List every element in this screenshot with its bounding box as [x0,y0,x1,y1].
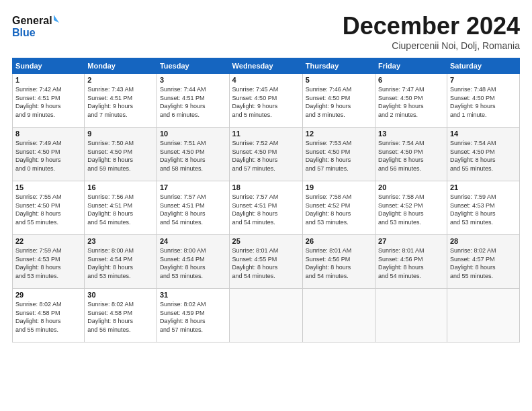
day-info: Sunrise: 7:42 AM Sunset: 4:51 PM Dayligh… [15,85,81,119]
calendar-cell: 13Sunrise: 7:54 AM Sunset: 4:50 PM Dayli… [375,128,447,181]
calendar-cell: 22Sunrise: 7:59 AM Sunset: 4:53 PM Dayli… [13,235,85,289]
day-info: Sunrise: 7:43 AM Sunset: 4:51 PM Dayligh… [87,85,154,119]
calendar-cell: 26Sunrise: 8:01 AM Sunset: 4:56 PM Dayli… [302,235,375,289]
day-info: Sunrise: 7:55 AM Sunset: 4:50 PM Dayligh… [15,193,81,226]
day-info: Sunrise: 7:58 AM Sunset: 4:52 PM Dayligh… [378,193,444,226]
weekday-header: Thursday [302,58,375,74]
calendar-week-row: 22Sunrise: 7:59 AM Sunset: 4:53 PM Dayli… [13,235,520,289]
day-number: 6 [378,76,444,84]
calendar-cell: 8Sunrise: 7:49 AM Sunset: 4:50 PM Daylig… [13,128,85,181]
day-info: Sunrise: 7:53 AM Sunset: 4:50 PM Dayligh… [306,139,372,173]
day-number: 26 [306,237,372,245]
weekday-header: Tuesday [157,58,229,74]
calendar-cell: 24Sunrise: 8:00 AM Sunset: 4:54 PM Dayli… [157,235,229,289]
calendar-cell: 4Sunrise: 7:45 AM Sunset: 4:50 PM Daylig… [229,74,302,128]
day-info: Sunrise: 8:01 AM Sunset: 4:56 PM Dayligh… [306,246,372,280]
calendar-cell [375,289,447,342]
calendar-cell: 20Sunrise: 7:58 AM Sunset: 4:52 PM Dayli… [375,181,447,235]
day-number: 2 [87,76,154,84]
day-info: Sunrise: 7:59 AM Sunset: 4:53 PM Dayligh… [15,246,81,280]
calendar-cell [447,289,519,342]
month-title: December 2024 [343,12,520,40]
day-number: 23 [87,237,154,245]
weekday-header: Saturday [447,58,519,74]
day-number: 12 [306,130,372,138]
calendar-cell: 28Sunrise: 8:02 AM Sunset: 4:57 PM Dayli… [447,235,519,289]
day-info: Sunrise: 7:45 AM Sunset: 4:50 PM Dayligh… [232,85,300,119]
day-info: Sunrise: 8:01 AM Sunset: 4:55 PM Dayligh… [232,246,300,280]
calendar-cell: 19Sunrise: 7:58 AM Sunset: 4:52 PM Dayli… [302,181,375,235]
day-number: 30 [87,291,154,299]
day-number: 9 [87,130,154,138]
day-number: 22 [15,237,81,245]
day-info: Sunrise: 7:51 AM Sunset: 4:50 PM Dayligh… [160,139,226,173]
calendar-week-row: 29Sunrise: 8:02 AM Sunset: 4:58 PM Dayli… [13,289,520,342]
calendar-body: 1Sunrise: 7:42 AM Sunset: 4:51 PM Daylig… [13,74,520,342]
day-number: 5 [306,76,372,84]
day-info: Sunrise: 7:54 AM Sunset: 4:50 PM Dayligh… [450,139,517,173]
calendar-cell: 11Sunrise: 7:52 AM Sunset: 4:50 PM Dayli… [229,128,302,181]
calendar-cell: 21Sunrise: 7:59 AM Sunset: 4:53 PM Dayli… [447,181,519,235]
calendar-cell: 31Sunrise: 8:02 AM Sunset: 4:59 PM Dayli… [157,289,229,342]
weekday-header: Friday [375,58,447,74]
day-number: 11 [232,130,300,138]
calendar-cell: 1Sunrise: 7:42 AM Sunset: 4:51 PM Daylig… [13,74,85,128]
calendar-cell: 25Sunrise: 8:01 AM Sunset: 4:55 PM Dayli… [229,235,302,289]
calendar-cell: 15Sunrise: 7:55 AM Sunset: 4:50 PM Dayli… [13,181,85,235]
svg-text:General: General [12,15,52,26]
calendar-cell: 14Sunrise: 7:54 AM Sunset: 4:50 PM Dayli… [447,128,519,181]
day-number: 1 [15,76,81,84]
calendar-week-row: 8Sunrise: 7:49 AM Sunset: 4:50 PM Daylig… [13,128,520,181]
calendar-cell: 10Sunrise: 7:51 AM Sunset: 4:50 PM Dayli… [157,128,229,181]
day-info: Sunrise: 7:52 AM Sunset: 4:50 PM Dayligh… [232,139,300,173]
day-info: Sunrise: 8:00 AM Sunset: 4:54 PM Dayligh… [160,246,226,280]
day-info: Sunrise: 8:00 AM Sunset: 4:54 PM Dayligh… [87,246,154,280]
day-number: 18 [232,183,300,191]
day-number: 14 [450,130,517,138]
header: General Blue December 2024 Ciupercenii N… [12,12,520,51]
calendar-cell: 12Sunrise: 7:53 AM Sunset: 4:50 PM Dayli… [302,128,375,181]
weekday-header: Wednesday [229,58,302,74]
logo: General Blue [12,12,59,40]
day-info: Sunrise: 8:02 AM Sunset: 4:58 PM Dayligh… [15,300,81,334]
day-number: 21 [450,183,517,191]
day-number: 29 [15,291,81,299]
calendar-table: SundayMondayTuesdayWednesdayThursdayFrid… [12,58,520,342]
calendar-cell [302,289,375,342]
weekday-header: Monday [85,58,157,74]
calendar-cell [229,289,302,342]
day-number: 16 [87,183,154,191]
day-info: Sunrise: 7:50 AM Sunset: 4:50 PM Dayligh… [87,139,154,173]
day-info: Sunrise: 7:56 AM Sunset: 4:51 PM Dayligh… [87,193,154,226]
weekday-header: Sunday [13,58,85,74]
day-info: Sunrise: 8:02 AM Sunset: 4:59 PM Dayligh… [160,300,226,334]
calendar-cell: 6Sunrise: 7:47 AM Sunset: 4:50 PM Daylig… [375,74,447,128]
day-info: Sunrise: 7:48 AM Sunset: 4:50 PM Dayligh… [450,85,517,119]
logo-svg: General Blue [12,12,59,40]
svg-marker-2 [54,15,59,23]
day-info: Sunrise: 7:44 AM Sunset: 4:51 PM Dayligh… [160,85,226,119]
calendar-cell: 29Sunrise: 8:02 AM Sunset: 4:58 PM Dayli… [13,289,85,342]
calendar-cell: 23Sunrise: 8:00 AM Sunset: 4:54 PM Dayli… [85,235,157,289]
day-number: 10 [160,130,226,138]
svg-text:Blue: Blue [12,27,36,38]
day-number: 25 [232,237,300,245]
day-info: Sunrise: 8:01 AM Sunset: 4:56 PM Dayligh… [378,246,444,280]
day-info: Sunrise: 7:57 AM Sunset: 4:51 PM Dayligh… [232,193,300,226]
day-info: Sunrise: 7:59 AM Sunset: 4:53 PM Dayligh… [450,193,517,226]
day-info: Sunrise: 7:49 AM Sunset: 4:50 PM Dayligh… [15,139,81,173]
calendar-cell: 5Sunrise: 7:46 AM Sunset: 4:50 PM Daylig… [302,74,375,128]
day-number: 27 [378,237,444,245]
day-number: 15 [15,183,81,191]
day-number: 24 [160,237,226,245]
calendar-week-row: 1Sunrise: 7:42 AM Sunset: 4:51 PM Daylig… [13,74,520,128]
day-number: 3 [160,76,226,84]
day-number: 8 [15,130,81,138]
calendar-cell: 3Sunrise: 7:44 AM Sunset: 4:51 PM Daylig… [157,74,229,128]
day-info: Sunrise: 8:02 AM Sunset: 4:58 PM Dayligh… [87,300,154,334]
day-number: 19 [306,183,372,191]
calendar-cell: 17Sunrise: 7:57 AM Sunset: 4:51 PM Dayli… [157,181,229,235]
weekday-row: SundayMondayTuesdayWednesdayThursdayFrid… [13,58,520,74]
calendar-week-row: 15Sunrise: 7:55 AM Sunset: 4:50 PM Dayli… [13,181,520,235]
day-number: 17 [160,183,226,191]
